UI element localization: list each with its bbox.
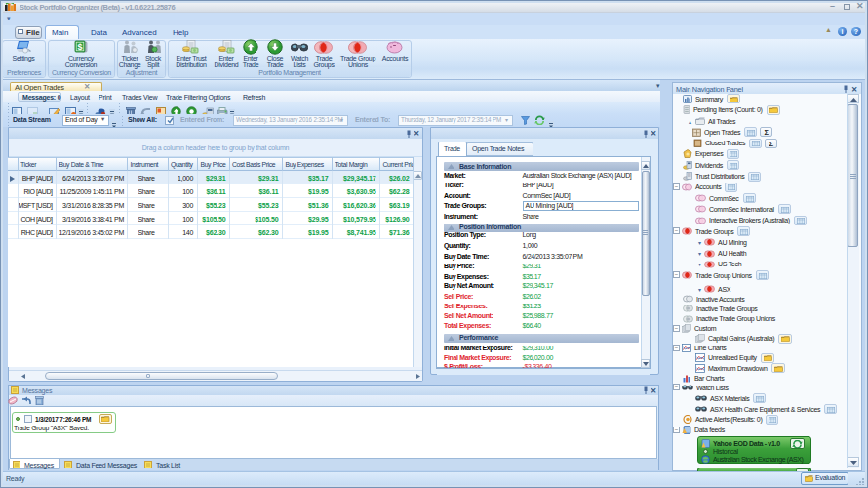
svg-text:$: $ (77, 42, 82, 52)
